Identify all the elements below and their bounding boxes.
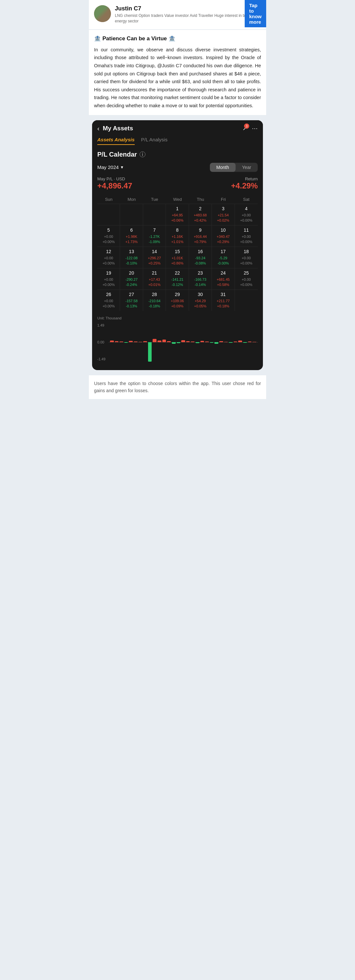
pl-stats: May P/L · USD +4,896.47 Return +4.29% [97, 177, 258, 191]
cal-cell[interactable]: 5 +0.00 +0.00% [97, 226, 120, 247]
cal-cell[interactable]: 6 +1.98K +1.73% [120, 226, 143, 247]
cal-cell[interactable]: 21 +17.43 +0.01% [143, 268, 166, 290]
cal-date: 14 [144, 249, 164, 254]
user-bio: LNG chemist Option traders Value investo… [115, 13, 261, 24]
bar-up [167, 341, 171, 342]
pl-label: May P/L · USD [97, 177, 132, 181]
weekday-sun: Sun [97, 195, 120, 204]
cal-cell[interactable]: 17 -5.29 -0.00% [212, 247, 235, 268]
bar-col [181, 323, 185, 362]
cal-cell[interactable]: 24 +681.45 +0.58% [212, 268, 235, 290]
cal-cell[interactable]: 2 +483.68 +0.42% [189, 204, 212, 225]
calendar-week-4: 26 +0.00 +0.00% 27 -157.58 -0.13% 28 -21… [97, 290, 258, 311]
cal-pct: -0.18% [144, 304, 164, 309]
cal-cell[interactable]: 16 -93.24 -0.08% [189, 247, 212, 268]
cal-cell[interactable]: 26 +0.00 +0.00% [97, 290, 120, 311]
cal-pl: +0.00 [236, 255, 256, 261]
cal-pct: -0.12% [167, 282, 187, 288]
cal-cell[interactable]: 18 +0.00 +0.00% [235, 247, 258, 268]
year-toggle-button[interactable]: Year [235, 163, 258, 172]
cal-date: 24 [213, 270, 233, 275]
cal-cell[interactable]: 8 +1.16K +1.01% [166, 226, 189, 247]
cal-cell[interactable]: 19 +0.00 +0.00% [97, 268, 120, 290]
cal-cell[interactable]: 9 +916.44 +0.79% [189, 226, 212, 247]
cal-cell[interactable] [120, 204, 143, 225]
cal-cell[interactable]: 10 +340.47 +0.29% [212, 226, 235, 247]
bar-up [233, 342, 238, 342]
cal-pct: -0.24% [122, 282, 141, 288]
cal-cell[interactable]: 7 -1.27K -1.09% [143, 226, 166, 247]
cal-cell[interactable]: 11 +0.00 +0.00% [235, 226, 258, 247]
cal-pl: +916.44 [190, 234, 210, 239]
cal-cell[interactable]: 29 +109.06 +0.09% [166, 290, 189, 311]
cal-date: 21 [144, 270, 164, 275]
cal-cell[interactable]: 30 +54.29 +0.05% [189, 290, 212, 311]
weekday-tue: Tue [143, 195, 166, 204]
cal-date: 8 [167, 228, 187, 233]
cal-cell[interactable]: 28 -210.64 -0.18% [143, 290, 166, 311]
cal-cell[interactable]: 12 +0.00 +0.00% [97, 247, 120, 268]
cal-cell[interactable]: 31 +211.77 +0.18% [212, 290, 235, 311]
bar-col [134, 323, 138, 362]
share-button[interactable]: ↗ 3 [242, 125, 247, 132]
tap-banner[interactable]: Tap to know more [245, 0, 266, 27]
cal-date: 4 [236, 206, 256, 211]
cal-date: 7 [144, 228, 164, 233]
cal-date: 2 [190, 206, 210, 211]
calendar-grid: Sun Mon Tue Wed Thu Fri Sat 1 +64.95 +0.… [97, 195, 258, 311]
bar-col [162, 323, 166, 362]
cal-pl: +21.54 [213, 213, 233, 218]
app-title: My Assets [103, 125, 133, 132]
cal-cell[interactable]: 3 +21.54 +0.02% [212, 204, 235, 225]
cal-pl: +296.27 [144, 255, 164, 261]
cal-cell[interactable] [143, 204, 166, 225]
return-value: +4.29% [231, 181, 258, 191]
bar-col [233, 323, 238, 362]
tab-pl-analysis[interactable]: P/L Analysis [141, 137, 168, 145]
back-button[interactable]: ‹ [97, 125, 99, 132]
bar-col [115, 323, 119, 362]
article-body: In our community, we observe and discuss… [94, 46, 261, 110]
cal-cell[interactable]: 20 -290.27 -0.24% [120, 268, 143, 290]
month-toggle-button[interactable]: Month [210, 163, 235, 172]
bar-col [205, 323, 209, 362]
more-options-button[interactable]: ⋯ [252, 125, 258, 132]
cal-cell[interactable]: 15 +1.01K +0.86% [166, 247, 189, 268]
cal-cell[interactable] [97, 204, 120, 225]
tap-label: Tap to know more [249, 3, 262, 25]
bar-up [248, 342, 252, 342]
cal-pct: +0.00% [236, 261, 256, 266]
cal-pct: +0.00% [99, 282, 118, 288]
month-selector[interactable]: May 2024 ▼ [97, 164, 124, 170]
cal-cell[interactable]: 27 -157.58 -0.13% [120, 290, 143, 311]
cal-cell[interactable]: 14 +296.27 +0.25% [143, 247, 166, 268]
weekday-mon: Mon [120, 195, 143, 204]
cal-cell[interactable]: 13 -122.08 -0.10% [120, 247, 143, 268]
header: Justin C7 LNG chemist Option traders Val… [89, 0, 266, 29]
bar-col [177, 323, 181, 362]
calendar-header: Sun Mon Tue Wed Thu Fri Sat [97, 195, 258, 204]
cal-cell[interactable]: 1 +64.95 +0.06% [166, 204, 189, 225]
info-icon[interactable]: i [139, 151, 146, 157]
tab-assets-analysis[interactable]: Assets Analysis [97, 137, 135, 145]
calendar-week-1: 5 +0.00 +0.00% 6 +1.98K +1.73% 7 -1.27K … [97, 225, 258, 247]
cal-date: 22 [167, 270, 187, 275]
bar-down [172, 342, 176, 344]
cal-cell[interactable]: 22 -141.21 -0.12% [166, 268, 189, 290]
bar-down [177, 342, 181, 343]
bar-down [214, 342, 218, 344]
cal-date: 3 [213, 206, 233, 211]
cal-pl: +211.77 [213, 298, 233, 304]
bar-col [172, 323, 176, 362]
cal-cell[interactable]: 4 +0.00 +0.00% [235, 204, 258, 225]
bar-down [124, 342, 128, 343]
bar-up [110, 340, 114, 342]
cal-cell[interactable] [235, 290, 258, 311]
cal-cell[interactable]: 23 -166.73 -0.14% [189, 268, 212, 290]
cal-pct: +0.09% [167, 304, 187, 309]
cal-pl: +340.47 [213, 234, 233, 239]
bar-up [162, 340, 166, 342]
cal-pl: +1.16K [167, 234, 187, 239]
return-label: Return [231, 177, 258, 181]
cal-cell[interactable]: 25 +0.00 +0.00% [235, 268, 258, 290]
